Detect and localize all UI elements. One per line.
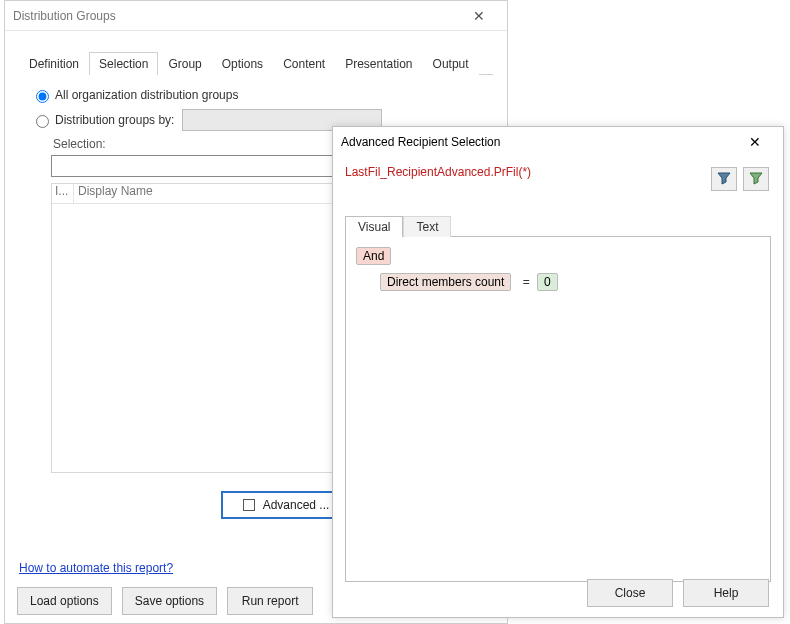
tab-presentation[interactable]: Presentation <box>335 52 422 75</box>
tab-selection[interactable]: Selection <box>89 52 158 75</box>
modal-titlebar: Advanced Recipient Selection ✕ <box>333 127 783 157</box>
automate-report-link[interactable]: How to automate this report? <box>19 561 173 575</box>
save-options-button[interactable]: Save options <box>122 587 217 615</box>
run-report-button[interactable]: Run report <box>227 587 313 615</box>
radio-by-input[interactable] <box>36 115 49 128</box>
condition-row[interactable]: Direct members count = 0 <box>380 273 760 291</box>
tab-definition[interactable]: Definition <box>19 52 89 75</box>
modal-close-action-button[interactable]: Close <box>587 579 673 607</box>
main-titlebar: Distribution Groups ✕ <box>5 1 507 31</box>
main-tabbar: Definition Selection Group Options Conte… <box>19 51 493 75</box>
root-and-node[interactable]: And <box>356 247 391 265</box>
tab-output[interactable]: Output <box>423 52 479 75</box>
condition-value[interactable]: 0 <box>537 273 558 291</box>
advanced-button-label: Advanced ... <box>263 498 330 512</box>
modal-close-button[interactable]: ✕ <box>735 134 775 150</box>
main-window-title: Distribution Groups <box>13 9 459 23</box>
condition-field[interactable]: Direct members count <box>380 273 511 291</box>
main-bottom-bar: Load options Save options Run report <box>17 587 313 615</box>
filter-name-label: LastFil_RecipientAdvanced.PrFil(*) <box>345 163 771 185</box>
load-options-button[interactable]: Load options <box>17 587 112 615</box>
filter-editor: And Direct members count = 0 <box>345 237 771 582</box>
modal-body: LastFil_RecipientAdvanced.PrFil(*) Visua… <box>333 157 783 582</box>
advanced-checkbox-icon <box>243 499 255 511</box>
advanced-recipient-selection-dialog: Advanced Recipient Selection ✕ LastFil_R… <box>332 126 784 618</box>
tab-options[interactable]: Options <box>212 52 273 75</box>
modal-bottom-bar: Close Help <box>587 579 769 607</box>
tab-content[interactable]: Content <box>273 52 335 75</box>
grid-col-icon[interactable]: I... <box>52 184 74 203</box>
radio-all-input[interactable] <box>36 90 49 103</box>
main-close-button[interactable]: ✕ <box>459 8 499 24</box>
condition-operator[interactable]: = <box>523 275 530 289</box>
radio-all-label: All organization distribution groups <box>55 88 238 102</box>
modal-title: Advanced Recipient Selection <box>341 135 735 149</box>
tab-group[interactable]: Group <box>158 52 211 75</box>
tab-text[interactable]: Text <box>403 216 451 237</box>
modal-toolbar <box>711 167 769 191</box>
filter-save-icon[interactable] <box>711 167 737 191</box>
modal-tabbar: Visual Text <box>345 215 771 237</box>
modal-help-button[interactable]: Help <box>683 579 769 607</box>
tab-visual[interactable]: Visual <box>345 216 403 237</box>
radio-by-label: Distribution groups by: <box>55 113 174 127</box>
filter-clear-icon[interactable] <box>743 167 769 191</box>
radio-all-row[interactable]: All organization distribution groups <box>31 87 481 103</box>
